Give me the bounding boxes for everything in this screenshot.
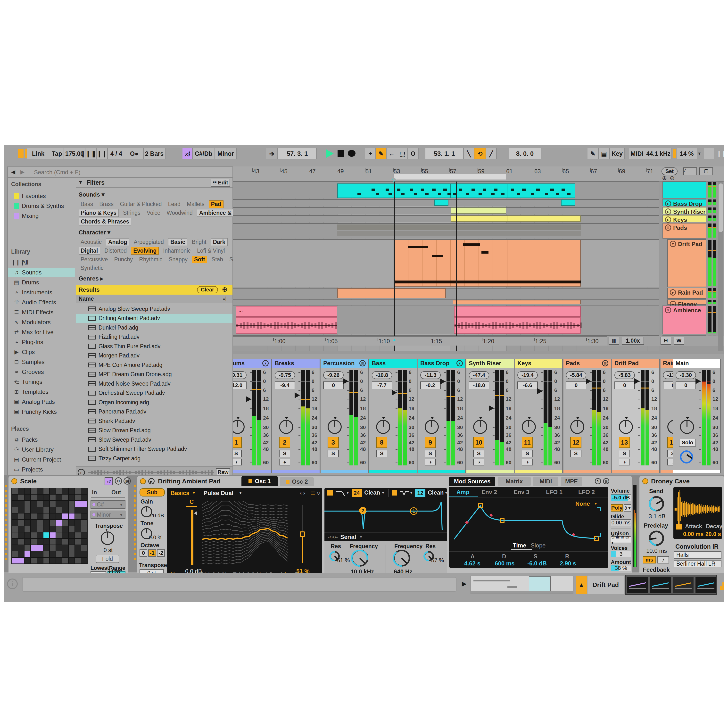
- pan-knob[interactable]: [570, 420, 584, 434]
- hot-swap-icon[interactable]: ↻: [595, 478, 601, 484]
- scale-cell[interactable]: [75, 532, 81, 538]
- mixer-strip-bass[interactable]: Bass-10.8-7.760612182430364248608S: [369, 359, 418, 473]
- track-header-pads[interactable]: ☰Pads: [662, 223, 706, 239]
- filter-chip-strings[interactable]: Strings: [121, 210, 142, 216]
- ramp-icon[interactable]: ╱: [486, 148, 497, 159]
- clip-ambience-audio[interactable]: [454, 317, 581, 334]
- wavetable-device[interactable]: ▶Drifting Ambient PadOsc 1Osc 2SubGain-2…: [137, 476, 632, 582]
- link-button[interactable]: Link: [27, 148, 50, 159]
- zoom-height-button[interactable]: H: [661, 337, 671, 344]
- solo-button[interactable]: S: [570, 450, 581, 457]
- cpu-caret[interactable]: ▾: [698, 150, 700, 156]
- scale-scale-select[interactable]: Minor▼: [90, 511, 125, 519]
- scale-cell[interactable]: [12, 526, 18, 532]
- pan-knob[interactable]: [376, 420, 390, 434]
- scale-cell[interactable]: [75, 545, 81, 551]
- volume-field[interactable]: -12.0: [233, 381, 246, 389]
- tab-midi[interactable]: MIDI: [533, 477, 558, 486]
- filter2-on[interactable]: [392, 490, 397, 496]
- adsr-r-value[interactable]: 2.90 s: [560, 560, 576, 567]
- scale-cell[interactable]: [75, 494, 81, 500]
- volume-field[interactable]: -9.4: [275, 381, 295, 389]
- sidebar-item-grooves[interactable]: ≈Grooves: [8, 367, 75, 377]
- scale-cell[interactable]: [18, 558, 24, 563]
- scale-cell[interactable]: [31, 494, 37, 500]
- volume-handle[interactable]: [295, 392, 300, 398]
- key-root-select[interactable]: C#/Db: [193, 148, 215, 159]
- wt-position-handle[interactable]: [300, 531, 305, 537]
- session-record-box-icon[interactable]: ⬚: [397, 148, 408, 159]
- scale-cell[interactable]: [63, 539, 68, 544]
- scale-cell[interactable]: [12, 539, 18, 544]
- scale-cell[interactable]: [81, 545, 87, 551]
- f1m-caret[interactable]: ▾: [382, 491, 384, 495]
- lock-envelopes-button[interactable]: ▢: [699, 167, 713, 175]
- scale-cell[interactable]: [43, 551, 49, 557]
- loop-brace[interactable]: [394, 174, 506, 180]
- scale-cell[interactable]: [37, 488, 43, 494]
- scale-cell[interactable]: [81, 488, 87, 494]
- filter-chip-lofi-vinyl[interactable]: Lofi & Vinyl: [195, 247, 227, 254]
- play-icon[interactable]: ▶: [670, 289, 676, 295]
- scale-cell[interactable]: [12, 488, 18, 494]
- track-header-synthriser[interactable]: ▶Synth Riser: [662, 207, 706, 214]
- fade-icon[interactable]: ╲: [464, 148, 474, 159]
- track-header-rainpad[interactable]: ▶Rain Pad: [667, 288, 706, 299]
- result-item[interactable]: Fizzling Pad.adv: [76, 332, 232, 342]
- mixer-track-title[interactable]: Drift Pad: [612, 359, 659, 368]
- scale-grid[interactable]: [11, 488, 87, 564]
- clear-filters-button[interactable]: Clear: [197, 286, 218, 294]
- scale-cell[interactable]: [75, 526, 81, 532]
- sidebar-item-current-project[interactable]: ▤Current Project: [8, 455, 75, 465]
- scale-cell[interactable]: [50, 514, 55, 519]
- filter1-on[interactable]: [327, 490, 333, 496]
- wt-circle-icon[interactable]: ○: [317, 490, 320, 497]
- pan-knob[interactable]: [233, 420, 245, 434]
- track-lane-flangy[interactable]: [233, 300, 659, 305]
- filter-chip-guitar-plucked[interactable]: Guitar & Plucked: [118, 201, 164, 208]
- save-preset-icon[interactable]: ▩: [124, 477, 131, 485]
- scale-cell[interactable]: [31, 507, 37, 513]
- scale-cell[interactable]: [43, 507, 49, 513]
- scale-cell[interactable]: [81, 526, 87, 532]
- scale-cell[interactable]: [63, 526, 68, 532]
- tone-value[interactable]: 0.0 %: [149, 534, 162, 541]
- automation-re-enable[interactable]: O: [408, 148, 419, 159]
- filter-chip-stab[interactable]: Stab: [210, 256, 225, 263]
- scale-cell[interactable]: [37, 532, 43, 538]
- result-item[interactable]: Muted Noise Sweep Pad.adv: [76, 379, 232, 388]
- audition-icon[interactable]: ‖‖: [609, 337, 619, 344]
- filter-chip-brass[interactable]: Brass: [97, 201, 116, 208]
- clip-keys[interactable]: [451, 216, 581, 222]
- loop-length-display[interactable]: 8. 0. 0: [509, 148, 541, 159]
- filter-chip-lead[interactable]: Lead: [166, 201, 182, 208]
- unison-amount-field[interactable]: 38 %: [611, 565, 631, 571]
- scale-cell[interactable]: [50, 507, 55, 513]
- volume-handle[interactable]: [392, 390, 397, 396]
- filter2-model[interactable]: Clean: [428, 489, 444, 496]
- peak-level-display[interactable]: -5.84: [566, 371, 586, 379]
- draw-slope-button[interactable]: ╱: [684, 167, 697, 175]
- clip-synthriser[interactable]: [451, 208, 506, 214]
- browser-back-button[interactable]: ◀: [11, 169, 15, 175]
- volume-field[interactable]: -6.6: [517, 381, 538, 389]
- output-meter-icon[interactable]: [720, 578, 724, 591]
- scale-cell[interactable]: [31, 551, 37, 557]
- scale-cell[interactable]: [12, 558, 18, 563]
- key-map-button[interactable]: Key: [610, 148, 625, 159]
- track-activator[interactable]: 12: [570, 437, 581, 448]
- env-tab-lfo-[interactable]: LFO 1: [546, 489, 563, 496]
- result-item[interactable]: Analog Slow Sweep Pad.adv: [76, 304, 232, 314]
- scale-cell[interactable]: [43, 494, 49, 500]
- filter-chip-bright[interactable]: Bright: [190, 239, 208, 246]
- scale-cell[interactable]: [24, 501, 30, 507]
- result-item[interactable]: Slow Sweep Pad.adv: [76, 435, 232, 444]
- scale-cell[interactable]: [18, 545, 24, 551]
- glide-field[interactable]: 0.00 ms: [611, 519, 631, 526]
- scale-cell[interactable]: [24, 526, 30, 532]
- result-item[interactable]: Soft Shimmer Filter Sweep Pad.adv: [76, 445, 232, 454]
- sidebar-item-audio-effects[interactable]: ⥣Audio Effects: [8, 298, 75, 307]
- solo-button[interactable]: S: [522, 450, 533, 457]
- result-item[interactable]: MPE Dream Grain Drone.adg: [76, 370, 232, 379]
- sort-icon[interactable]: ▴|: [223, 295, 226, 301]
